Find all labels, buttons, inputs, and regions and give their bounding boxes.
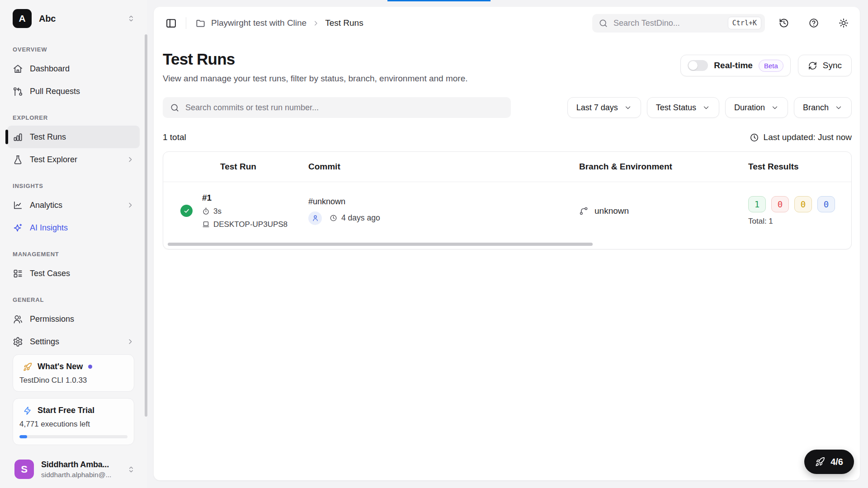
page-subtitle: View and manage your test runs, filter b… <box>163 74 468 84</box>
rocket-icon <box>23 362 32 371</box>
column-header-commit: Commit <box>308 152 579 182</box>
sidebar-item-label: Test Explorer <box>30 155 77 164</box>
flaky-count-badge: 0 <box>794 196 812 212</box>
help-button[interactable] <box>808 18 819 28</box>
sidebar-toggle-button[interactable] <box>165 18 177 29</box>
last-updated-text: Last updated: Just now <box>764 132 852 142</box>
trial-progress-bar <box>19 435 127 438</box>
realtime-label: Real-time <box>714 61 753 70</box>
line-chart-icon <box>13 200 23 211</box>
flask-icon <box>13 155 23 165</box>
sync-button[interactable]: Sync <box>798 55 852 76</box>
filter-label: Duration <box>734 103 765 113</box>
main-header: Playwirght test with Cline Test Runs Ctr… <box>154 7 860 39</box>
chevron-down-icon <box>835 103 843 112</box>
clock-icon <box>750 133 759 142</box>
column-header-branch-env: Branch & Environment <box>579 152 748 182</box>
sidebar-item-ai-insights[interactable]: AI Insights <box>7 216 140 239</box>
sidebar-item-permissions[interactable]: Permissions <box>7 308 140 330</box>
skipped-count-badge: 0 <box>817 196 835 212</box>
filter-label: Branch <box>803 103 829 113</box>
laptop-icon <box>202 221 210 228</box>
scrollbar-thumb[interactable] <box>168 243 593 246</box>
trial-card[interactable]: Start Free Trial 4,771 executions left <box>13 398 134 445</box>
global-search-input[interactable] <box>613 19 722 28</box>
section-label-overview: OVERVIEW <box>13 46 147 53</box>
refresh-icon <box>808 61 817 70</box>
sidebar: A Abc OVERVIEW Dashboard Pull Requests E… <box>0 0 147 488</box>
sidebar-item-label: Settings <box>30 337 59 347</box>
chevrons-up-down-icon[interactable] <box>126 465 136 474</box>
main-panel: Playwirght test with Cline Test Runs Ctr… <box>154 7 860 480</box>
passed-status-icon <box>180 205 193 217</box>
table-row[interactable]: #1 3s DESKTOP-UP3UPS8 #unknown <box>163 182 851 239</box>
committer-avatar <box>308 211 322 225</box>
chevrons-up-down-icon[interactable] <box>126 14 136 23</box>
sidebar-item-label: AI Insights <box>30 223 68 233</box>
total-count: 1 total <box>163 132 186 142</box>
commit-search-input[interactable] <box>185 103 504 113</box>
folder-icon <box>195 18 206 28</box>
sidebar-scrollbar[interactable] <box>145 34 147 417</box>
chevron-down-icon <box>624 103 632 112</box>
sidebar-item-test-cases[interactable]: Test Cases <box>7 262 140 285</box>
workspace-avatar: A <box>13 9 32 28</box>
results-total: Total: 1 <box>748 217 835 226</box>
section-label-explorer: EXPLORER <box>13 114 147 121</box>
filter-date-range[interactable]: Last 7 days <box>567 97 641 118</box>
search-icon <box>170 103 179 113</box>
sidebar-item-label: Permissions <box>30 314 74 324</box>
table-header-row: Test Run Commit Branch & Environment Tes… <box>163 152 851 182</box>
git-branch-icon <box>579 206 589 216</box>
rocket-icon <box>815 457 825 467</box>
sidebar-item-pull-requests[interactable]: Pull Requests <box>7 80 140 103</box>
trial-progress-fill <box>19 435 27 438</box>
user-menu[interactable]: S Siddharth Amba... siddharth.alphabin@.… <box>0 451 147 488</box>
sidebar-item-dashboard[interactable]: Dashboard <box>7 57 140 80</box>
chevron-down-icon <box>702 103 710 112</box>
sidebar-nav: OVERVIEW Dashboard Pull Requests EXPLORE… <box>0 34 147 353</box>
user-email: siddharth.alphabin@... <box>41 471 111 479</box>
workspace-switcher[interactable]: A Abc <box>0 0 147 34</box>
trial-title: Start Free Trial <box>38 406 94 415</box>
filter-label: Last 7 days <box>576 103 618 113</box>
sidebar-item-label: Test Cases <box>30 269 70 278</box>
global-search[interactable]: Ctrl+K <box>592 14 765 33</box>
realtime-toggle[interactable] <box>688 60 708 71</box>
beta-badge: Beta <box>759 60 783 72</box>
breadcrumb-project[interactable]: Playwirght test with Cline <box>211 18 307 28</box>
sidebar-item-analytics[interactable]: Analytics <box>7 194 140 216</box>
chevron-down-icon <box>771 103 779 112</box>
usage-fab[interactable]: 4/6 <box>804 450 854 474</box>
filter-label: Test Status <box>656 103 696 113</box>
sidebar-item-settings[interactable]: Settings <box>7 330 140 353</box>
filter-duration[interactable]: Duration <box>725 97 788 118</box>
chevron-right-icon <box>126 338 134 346</box>
commit-search[interactable] <box>163 97 511 118</box>
divider <box>186 17 186 29</box>
column-header-test-results: Test Results <box>748 152 851 182</box>
test-runs-table: Test Run Commit Branch & Environment Tes… <box>163 151 852 249</box>
whats-new-card[interactable]: What's New TestDino CLI 1.0.33 <box>13 354 134 392</box>
failed-count-badge: 0 <box>771 196 789 212</box>
breadcrumb-current: Test Runs <box>325 18 363 28</box>
theme-toggle-button[interactable] <box>838 18 849 28</box>
shortcut-badge: Ctrl+K <box>728 17 761 29</box>
bar-chart-icon <box>13 132 23 142</box>
chevron-right-icon <box>126 201 134 209</box>
sidebar-item-test-runs[interactable]: Test Runs <box>7 126 140 148</box>
sidebar-item-test-explorer[interactable]: Test Explorer <box>7 148 140 171</box>
table-horizontal-scrollbar[interactable] <box>163 239 851 249</box>
home-icon <box>13 64 23 74</box>
commit-hash: #unknown <box>308 197 380 206</box>
run-number[interactable]: #1 <box>202 193 288 203</box>
history-button[interactable] <box>778 18 789 28</box>
whats-new-title: What's New <box>38 362 83 371</box>
chevron-right-icon <box>312 19 320 27</box>
sparkles-icon <box>13 223 23 233</box>
filter-branch[interactable]: Branch <box>794 97 852 118</box>
notification-dot <box>88 365 92 369</box>
filter-test-status[interactable]: Test Status <box>647 97 719 118</box>
whats-new-subtitle: TestDino CLI 1.0.33 <box>19 376 127 385</box>
run-machine: DESKTOP-UP3UPS8 <box>213 220 288 229</box>
